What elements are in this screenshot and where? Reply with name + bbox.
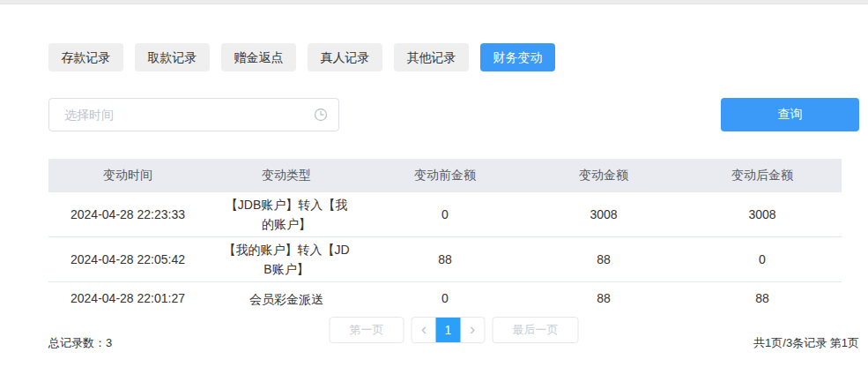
cell-change-time: 2024-04-28 22:05:42 <box>48 250 207 269</box>
column-header-amount-before: 变动前金额 <box>366 168 524 184</box>
pagination: 第一页 ‹ 1 › 最后一页 <box>330 317 579 343</box>
last-page-button[interactable]: 最后一页 <box>493 317 579 343</box>
date-input[interactable] <box>63 107 314 123</box>
record-tabs: 存款记录 取款记录 赠金返点 真人记录 其他记录 财务变动 <box>48 43 859 71</box>
cell-amount-before: 0 <box>366 205 524 224</box>
table-row: 2024-04-28 22:23:33 【JDB账户】转入【我的账户】 0 30… <box>48 192 842 237</box>
records-table: 变动时间 变动类型 变动前金额 变动金额 变动后金额 2024-04-28 22… <box>48 159 842 314</box>
page-group: ‹ 1 › <box>412 317 486 343</box>
filter-row: 查询 <box>48 98 859 131</box>
cell-amount-after: 88 <box>683 288 842 308</box>
clock-icon[interactable] <box>314 108 328 122</box>
cell-amount-before: 88 <box>366 250 524 269</box>
prev-page-icon[interactable]: ‹ <box>412 318 436 342</box>
next-page-icon[interactable]: › <box>461 318 485 342</box>
cell-change-type: 会员彩金派送 <box>207 288 366 308</box>
column-header-change-time: 变动时间 <box>48 168 207 184</box>
cell-change-amount: 3008 <box>524 205 683 224</box>
cell-amount-after: 0 <box>683 250 842 269</box>
change-type-text: 【JDB账户】转入【我的账户】 <box>219 195 353 234</box>
first-page-button[interactable]: 第一页 <box>330 317 404 343</box>
table-footer: 第一页 ‹ 1 › 最后一页 总记录数：3 共1页/3条记录 第1页 <box>48 316 859 352</box>
column-header-change-type: 变动类型 <box>207 168 366 184</box>
current-page[interactable]: 1 <box>436 318 461 342</box>
cell-amount-before: 0 <box>366 288 524 308</box>
tab-other-records[interactable]: 其他记录 <box>394 43 469 71</box>
change-type-text: 会员彩金派送 <box>249 289 323 309</box>
tab-finance-changes[interactable]: 财务变动 <box>480 43 555 71</box>
tab-deposit-records[interactable]: 存款记录 <box>48 43 123 71</box>
date-picker[interactable] <box>48 98 339 131</box>
column-header-change-amount: 变动金额 <box>524 168 683 184</box>
column-header-amount-after: 变动后金额 <box>683 168 842 184</box>
query-button[interactable]: 查询 <box>721 98 859 131</box>
page-summary-label: 共1页/3条记录 第1页 <box>753 335 859 351</box>
total-records-label: 总记录数：3 <box>48 335 112 351</box>
table-header: 变动时间 变动类型 变动前金额 变动金额 变动后金额 <box>48 159 842 192</box>
tab-live-records[interactable]: 真人记录 <box>308 43 382 71</box>
table-row: 2024-04-28 22:05:42 【我的账户】转入【JDB账户】 88 8… <box>48 237 842 282</box>
tab-withdrawal-records[interactable]: 取款记录 <box>135 43 210 71</box>
tab-bonus-rebate[interactable]: 赠金返点 <box>221 43 296 71</box>
cell-change-type: 【JDB账户】转入【我的账户】 <box>207 195 366 234</box>
cell-change-time: 2024-04-28 22:23:33 <box>48 205 207 224</box>
cell-change-amount: 88 <box>524 288 683 308</box>
cell-amount-after: 3008 <box>683 205 842 224</box>
change-type-text: 【我的账户】转入【JDB账户】 <box>219 240 353 279</box>
cell-change-type: 【我的账户】转入【JDB账户】 <box>207 240 366 279</box>
table-row: 2024-04-28 22:01:27 会员彩金派送 0 88 88 <box>48 282 842 314</box>
records-page: 存款记录 取款记录 赠金返点 真人记录 其他记录 财务变动 查询 变动时间 变动… <box>0 4 868 352</box>
cell-change-time: 2024-04-28 22:01:27 <box>48 288 207 308</box>
cell-change-amount: 88 <box>524 250 683 269</box>
